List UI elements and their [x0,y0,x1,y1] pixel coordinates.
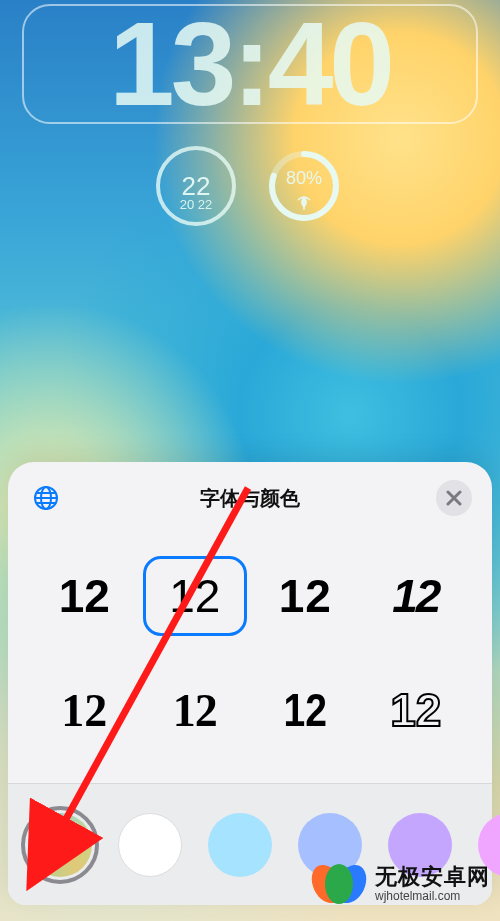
close-button[interactable] [436,480,472,516]
close-icon [446,490,462,506]
color-swatch-lightblue[interactable] [208,813,272,877]
weather-temperature-widget[interactable]: 22 20 22 [156,146,236,226]
precipitation-ring-icon: 80% [264,146,344,226]
font-option-6[interactable]: 12 [143,670,248,750]
clock-widget-frame[interactable]: 13:40 [22,4,478,124]
color-swatch-white[interactable] [118,813,182,877]
watermark-cn: 无极安卓网 [375,865,490,889]
precipitation-widget[interactable]: 80% [264,146,344,226]
font-option-3[interactable]: 12 [253,556,358,636]
watermark-en: wjhotelmail.com [375,890,490,903]
sheet-header: 字体与颜色 [22,480,478,524]
temperature-range: 20 22 [180,197,213,212]
precipitation-percent: 80% [286,168,322,188]
font-color-sheet: 字体与颜色 12 12 12 12 12 12 12 12 [8,462,492,905]
font-option-2[interactable]: 12 [143,556,248,636]
clock-time: 13:40 [109,5,391,123]
watermark-logo-icon [309,861,367,907]
globe-button[interactable] [28,480,64,516]
color-swatch-gradient[interactable] [28,813,92,877]
font-option-5[interactable]: 12 [32,670,137,750]
watermark: 无极安卓网 wjhotelmail.com [309,861,490,907]
font-options-grid: 12 12 12 12 12 12 12 12 [22,524,478,774]
font-option-7[interactable]: 12 [261,670,350,750]
lockscreen-widgets[interactable]: 22 20 22 80% [156,146,344,226]
font-option-1[interactable]: 12 [32,556,137,636]
font-option-8[interactable]: 12 [364,670,469,750]
globe-icon [32,484,60,512]
sheet-title: 字体与颜色 [200,485,300,512]
lockscreen-editor: 13:40 22 20 22 80% [0,0,500,921]
font-option-4[interactable]: 12 [364,556,469,636]
